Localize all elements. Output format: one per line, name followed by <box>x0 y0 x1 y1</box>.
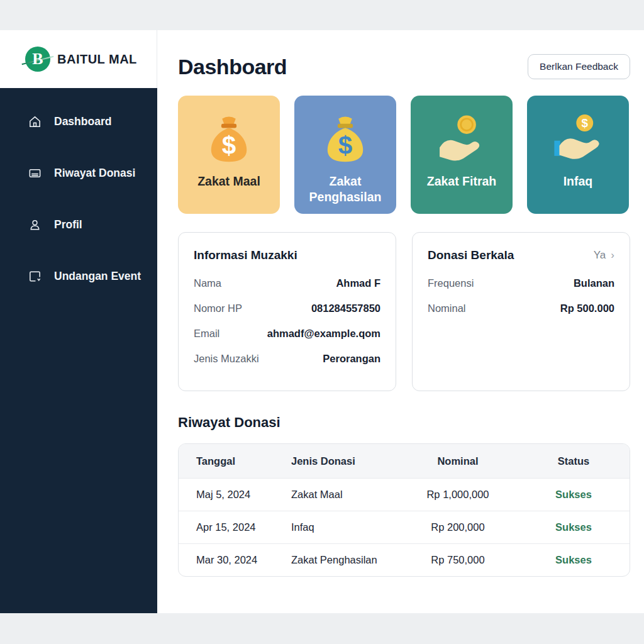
cell-nominal: Rp 1,000,000 <box>398 489 518 501</box>
sidebar-item-riwayat-donasi[interactable]: Riwayat Donasi <box>0 158 157 188</box>
table-header-row: Tanggal Jenis Donasi Nominal Status <box>179 444 630 478</box>
event-invite-icon <box>28 269 42 284</box>
status-badge: Sukses <box>518 554 630 566</box>
berkala-row-nominal: Nominal Rp 500.000 <box>428 303 614 314</box>
table-row: Maj 5, 2024 Zakat Maal Rp 1,000,000 Suks… <box>179 478 630 511</box>
sidebar-item-undangan-event[interactable]: Undangan Event <box>0 261 157 291</box>
field-value: Perorangan <box>323 353 380 365</box>
logo-letter: B <box>25 47 50 72</box>
info-cards-row: Informasi Muzakki Nama Ahmad F Nomor HP … <box>178 232 630 391</box>
status-badge: Sukses <box>518 521 630 533</box>
list-card-icon <box>28 166 42 180</box>
field-label: Nominal <box>428 303 466 314</box>
card-infaq[interactable]: $ Infaq <box>527 96 629 214</box>
col-header-nominal: Nominal <box>398 455 518 467</box>
page-title: Dashboard <box>178 55 287 79</box>
brand-logo-icon: B <box>25 47 50 72</box>
field-value: ahmadf@example.qom <box>267 328 380 340</box>
card-zakat-penghasilan[interactable]: $ Zakat Penghasilan <box>294 96 396 214</box>
col-header-status: Status <box>518 455 630 467</box>
history-section-title: Riwayat Donasi <box>178 414 630 431</box>
sidebar-item-label: Undangan Event <box>54 270 141 283</box>
sidebar: B BAITUL MAL Dashboard Riwayat Donasi <box>0 30 157 613</box>
sidebar-item-label: Profil <box>54 218 82 231</box>
field-value: Ahmad F <box>336 277 380 289</box>
cell-tanggal: Apr 15, 2024 <box>179 521 291 533</box>
money-bag-yellow-icon: $ <box>318 96 372 169</box>
card-label: Zakat Fitrah <box>421 169 503 189</box>
money-bag-orange-icon: $ <box>202 96 256 169</box>
sidebar-item-profil[interactable]: Profil <box>0 209 157 240</box>
sidebar-item-label: Riwayat Donasi <box>54 167 135 180</box>
main-header: Dashboard Berlkan Feedback <box>178 54 630 79</box>
cell-tanggal: Mar 30, 2024 <box>179 554 291 566</box>
berkala-status-value: Ya <box>594 249 606 262</box>
col-header-jenis: Jenis Donasi <box>291 455 398 467</box>
sidebar-item-dashboard[interactable]: Dashboard <box>0 106 157 136</box>
col-header-tanggal: Tanggal <box>179 455 291 467</box>
svg-text:$: $ <box>582 116 589 130</box>
status-badge: Sukses <box>518 489 630 501</box>
muzakki-row-nomor-hp: Nomor HP 081284557850 <box>194 303 380 314</box>
table-row: Apr 15, 2024 Infaq Rp 200,000 Sukses <box>179 511 630 543</box>
hand-dollar-coin-icon: $ <box>551 96 605 169</box>
hand-coin-icon <box>435 96 489 169</box>
berkala-status-link[interactable]: Ya › <box>594 249 614 262</box>
informasi-muzakki-card: Informasi Muzakki Nama Ahmad F Nomor HP … <box>178 232 396 391</box>
field-label: Nomor HP <box>194 303 242 314</box>
card-zakat-fitrah[interactable]: Zakat Fitrah <box>411 96 513 214</box>
cell-nominal: Rp 750,000 <box>398 554 518 566</box>
muzakki-row-jenis: Jenis Muzakki Perorangan <box>194 353 380 365</box>
muzakki-card-title: Informasi Muzakki <box>194 248 297 262</box>
donation-history-table: Tanggal Jenis Donasi Nominal Status Maj … <box>178 443 630 577</box>
card-label: Zakat Penghasilan <box>294 169 396 206</box>
berkala-row-frequensi: Frequensi Bulanan <box>428 277 614 289</box>
field-value: Bulanan <box>574 277 614 289</box>
sidebar-item-label: Dashboard <box>54 115 111 128</box>
brand-name: BAITUL MAL <box>57 52 137 67</box>
brand-header: B BAITUL MAL <box>0 30 157 88</box>
category-cards-row: $ Zakat Maal $ Zakat Penghasilan <box>178 96 630 214</box>
field-label: Nama <box>194 277 221 289</box>
chevron-right-icon: › <box>611 249 614 262</box>
card-zakat-maal[interactable]: $ Zakat Maal <box>178 96 280 214</box>
donasi-berkala-card: Donasi Berkala Ya › Frequensi Bulanan No… <box>412 232 630 391</box>
sidebar-nav: Dashboard Riwayat Donasi Profil Unda <box>0 88 157 613</box>
card-label: Zakat Maal <box>191 169 267 189</box>
feedback-button[interactable]: Berlkan Feedback <box>528 54 630 79</box>
cell-jenis: Infaq <box>291 521 398 533</box>
main-content: Dashboard Berlkan Feedback $ Zakat Maal <box>157 30 644 613</box>
field-label: Email <box>194 328 219 340</box>
cell-tanggal: Maj 5, 2024 <box>179 489 291 501</box>
field-label: Jenis Muzakki <box>194 353 259 365</box>
user-icon <box>28 218 42 232</box>
svg-text:$: $ <box>338 131 352 160</box>
cell-nominal: Rp 200,000 <box>398 521 518 533</box>
muzakki-row-email: Email ahmadf@example.qom <box>194 328 380 340</box>
app-window: B BAITUL MAL Dashboard Riwayat Donasi <box>0 30 644 613</box>
card-label: Infaq <box>557 169 599 189</box>
berkala-card-title: Donasi Berkala <box>428 248 514 262</box>
field-label: Frequensi <box>428 277 474 289</box>
muzakki-row-nama: Nama Ahmad F <box>194 277 380 289</box>
home-icon <box>28 114 42 129</box>
table-row: Mar 30, 2024 Zakat Penghasilan Rp 750,00… <box>179 543 630 576</box>
field-value: 081284557850 <box>311 303 380 314</box>
field-value: Rp 500.000 <box>560 303 614 314</box>
cell-jenis: Zakat Maal <box>291 489 398 501</box>
svg-text:$: $ <box>222 131 236 160</box>
cell-jenis: Zakat Penghasilan <box>291 554 398 566</box>
